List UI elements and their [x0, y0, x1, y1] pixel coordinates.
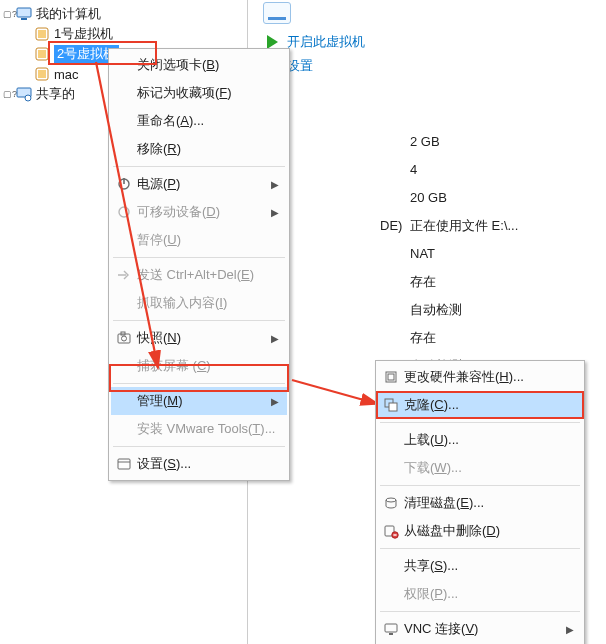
- tree-item-vm1[interactable]: 1号虚拟机: [0, 24, 247, 44]
- svg-rect-26: [385, 624, 397, 632]
- submenu-delete-from-disk[interactable]: 从磁盘中删除(D): [378, 517, 582, 545]
- tree-root-row[interactable]: ▢? 我的计算机: [0, 4, 247, 24]
- menu-separator: [380, 548, 580, 549]
- vm-icon: [34, 26, 50, 42]
- menu-snapshot[interactable]: 快照(N) ▶: [111, 324, 287, 352]
- menu-capture-screen[interactable]: 捕获屏幕 (C): [111, 352, 287, 380]
- submenu-arrow-icon: ▶: [271, 396, 279, 407]
- vnc-icon: [378, 621, 404, 637]
- svg-rect-3: [38, 30, 46, 38]
- submenu-download[interactable]: 下载(W)...: [378, 454, 582, 482]
- svg-rect-27: [389, 633, 393, 635]
- info-network: NAT: [410, 240, 518, 268]
- menu-removable-devices[interactable]: 可移动设备(D) ▶: [111, 198, 287, 226]
- submenu-vnc[interactable]: VNC 连接(V) ▶: [378, 615, 582, 643]
- vm-settings-label: 设置: [287, 57, 313, 75]
- menu-separator: [113, 383, 285, 384]
- delete-icon: [378, 523, 404, 539]
- menu-remove[interactable]: 移除(R): [111, 135, 287, 163]
- submenu-arrow-icon: ▶: [566, 624, 574, 635]
- info-disk: 20 GB: [410, 184, 518, 212]
- menu-separator: [113, 320, 285, 321]
- collapse-icon[interactable]: ▢?: [4, 89, 16, 99]
- svg-point-22: [386, 498, 396, 502]
- submenu-share[interactable]: 共享(S)...: [378, 552, 582, 580]
- svg-rect-21: [389, 403, 397, 411]
- settings-icon: [111, 456, 137, 472]
- svg-point-14: [122, 336, 127, 341]
- submenu-clean-disk[interactable]: 清理磁盘(E)...: [378, 489, 582, 517]
- svg-rect-7: [38, 70, 46, 78]
- vm-thumbnail-icon: [263, 2, 291, 24]
- menu-capture-input[interactable]: 抓取输入内容(I): [111, 289, 287, 317]
- submenu-hw-compat[interactable]: 更改硬件兼容性(H)...: [378, 363, 582, 391]
- manage-submenu: 更改硬件兼容性(H)... 克隆(C)... 上载(U)... 下载(W)...…: [375, 360, 585, 644]
- submenu-arrow-icon: ▶: [271, 333, 279, 344]
- menu-settings[interactable]: 设置(S)...: [111, 450, 287, 478]
- svg-rect-19: [388, 374, 394, 380]
- tree-shared-label: 共享的: [36, 85, 75, 103]
- send-icon: [111, 267, 137, 283]
- power-icon: [111, 176, 137, 192]
- vm-info-list: 2 GB 4 20 GB DE) 正在使用文件 E:\... NAT 存在 自动…: [410, 128, 518, 380]
- info-autodetect: 自动检测: [410, 296, 518, 324]
- info-present: 存在: [410, 268, 518, 296]
- info-memory: 2 GB: [410, 128, 518, 156]
- vm-summary-pane: 开启此虚拟机 设置: [249, 0, 606, 78]
- submenu-upload[interactable]: 上载(U)...: [378, 426, 582, 454]
- menu-send-keys[interactable]: 发送 Ctrl+Alt+Del(E): [111, 261, 287, 289]
- menu-close-tab[interactable]: 关闭选项卡(B): [111, 51, 287, 79]
- submenu-arrow-icon: ▶: [271, 179, 279, 190]
- play-icon: [263, 35, 281, 49]
- disk-clean-icon: [378, 495, 404, 511]
- vm-icon: [34, 46, 50, 62]
- start-vm-link[interactable]: 开启此虚拟机: [263, 30, 606, 54]
- menu-separator: [113, 446, 285, 447]
- svg-line-29: [292, 380, 378, 404]
- menu-separator: [380, 611, 580, 612]
- svg-rect-1: [21, 18, 27, 20]
- snapshot-icon: [111, 330, 137, 346]
- svg-rect-0: [17, 8, 31, 17]
- submenu-clone[interactable]: 克隆(C)...: [378, 391, 582, 419]
- menu-pause[interactable]: 暂停(U): [111, 226, 287, 254]
- svg-rect-16: [118, 459, 130, 469]
- menu-power[interactable]: 电源(P) ▶: [111, 170, 287, 198]
- device-icon: [111, 204, 137, 220]
- info-file: 正在使用文件 E:\...: [410, 218, 518, 233]
- menu-separator: [113, 166, 285, 167]
- vm-settings-link[interactable]: 设置: [263, 54, 606, 78]
- menu-favorite[interactable]: 标记为收藏项(F): [111, 79, 287, 107]
- clone-icon: [378, 397, 404, 413]
- tree-item-label: mac: [54, 67, 79, 82]
- tree-root-label: 我的计算机: [36, 5, 101, 23]
- shared-icon: [16, 86, 32, 102]
- menu-separator: [380, 485, 580, 486]
- computer-icon: [16, 6, 32, 22]
- svg-rect-5: [38, 50, 46, 58]
- submenu-permission[interactable]: 权限(P)...: [378, 580, 582, 608]
- vm-context-menu: 关闭选项卡(B) 标记为收藏项(F) 重命名(A)... 移除(R) 电源(P)…: [108, 48, 290, 481]
- menu-rename[interactable]: 重命名(A)...: [111, 107, 287, 135]
- submenu-arrow-icon: ▶: [271, 207, 279, 218]
- info-present2: 存在: [410, 324, 518, 352]
- menu-separator: [380, 422, 580, 423]
- info-cpu: 4: [410, 156, 518, 184]
- menu-manage[interactable]: 管理(M) ▶: [111, 387, 287, 415]
- svg-point-9: [25, 95, 31, 101]
- menu-separator: [113, 257, 285, 258]
- tree-item-label: 1号虚拟机: [54, 25, 113, 43]
- vm-icon: [34, 66, 50, 82]
- hardware-icon: [378, 369, 404, 385]
- info-de-suffix: DE): [380, 212, 402, 240]
- menu-install-tools[interactable]: 安装 VMware Tools(T)...: [111, 415, 287, 443]
- start-vm-label: 开启此虚拟机: [287, 33, 365, 51]
- collapse-icon[interactable]: ▢?: [4, 9, 16, 19]
- svg-point-12: [119, 207, 129, 217]
